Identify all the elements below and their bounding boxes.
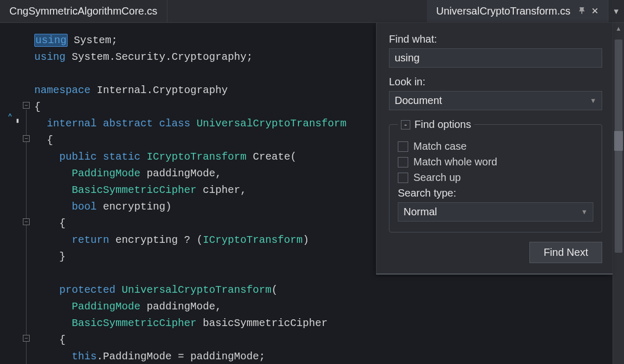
- tab-left-label: CngSymmetricAlgorithmCore.cs: [9, 5, 158, 17]
- pin-icon[interactable]: [578, 7, 585, 16]
- collapse-options-button[interactable]: -: [401, 120, 410, 129]
- match-case-option[interactable]: Match case: [398, 140, 593, 152]
- editor-gutter: ^ ▮ − − − −: [0, 23, 31, 364]
- search-up-checkbox[interactable]: [398, 173, 408, 183]
- whole-word-option[interactable]: Match whole word: [398, 156, 593, 168]
- find-next-button[interactable]: Find Next: [529, 242, 602, 263]
- search-up-option[interactable]: Search up: [398, 172, 593, 184]
- whole-word-label: Match whole word: [413, 156, 497, 168]
- fold-toggle[interactable]: −: [23, 135, 30, 142]
- bookmark-arrow-icon: ^: [8, 112, 12, 121]
- chevron-down-icon: ▼: [581, 208, 588, 216]
- search-type-label: Search type:: [398, 187, 593, 199]
- match-case-checkbox[interactable]: [398, 141, 408, 152]
- find-options-legend-text: Find options: [414, 119, 471, 131]
- find-button-row: Find Next: [389, 242, 602, 263]
- match-case-label: Match case: [413, 140, 466, 152]
- breakpoint-dot-icon: ▮: [16, 118, 19, 123]
- find-what-input[interactable]: [389, 48, 602, 68]
- fold-toggle[interactable]: −: [23, 218, 30, 225]
- chevron-down-icon: ▼: [590, 97, 596, 105]
- search-type-select[interactable]: Normal ▼: [398, 202, 593, 222]
- look-in-value: Document: [395, 95, 442, 107]
- tab-bar: CngSymmetricAlgorithmCore.cs UniversalCr…: [0, 0, 624, 23]
- scroll-up-icon[interactable]: ▲: [613, 23, 624, 34]
- fold-guide-line: [26, 110, 27, 364]
- find-options-group: - Find options Match case Match whole wo…: [389, 119, 602, 232]
- find-panel: Find what: Look in: Document ▼ - Find op…: [376, 23, 613, 275]
- fold-toggle[interactable]: −: [23, 102, 30, 109]
- tab-overflow-menu[interactable]: ▼: [608, 0, 624, 22]
- look-in-label: Look in:: [389, 76, 602, 88]
- search-type-value: Normal: [404, 206, 437, 218]
- code-content[interactable]: using System; using System.Security.Cryp…: [34, 32, 346, 364]
- tab-left[interactable]: CngSymmetricAlgorithmCore.cs: [0, 0, 167, 22]
- find-options-legend: - Find options: [398, 119, 474, 131]
- close-icon[interactable]: ✕: [591, 6, 599, 17]
- tab-right[interactable]: UniversalCryptoTransform.cs ✕: [427, 0, 608, 22]
- whole-word-checkbox[interactable]: [398, 157, 408, 167]
- vertical-scrollbar[interactable]: ▲: [613, 23, 624, 364]
- look-in-select[interactable]: Document ▼: [389, 91, 602, 110]
- find-what-label: Find what:: [389, 33, 602, 45]
- scroll-minimap-cursor[interactable]: [614, 131, 623, 151]
- fold-toggle[interactable]: −: [23, 335, 30, 342]
- tab-spacer: [167, 0, 427, 22]
- tab-right-label: UniversalCryptoTransform.cs: [436, 5, 570, 17]
- search-up-label: Search up: [413, 172, 461, 184]
